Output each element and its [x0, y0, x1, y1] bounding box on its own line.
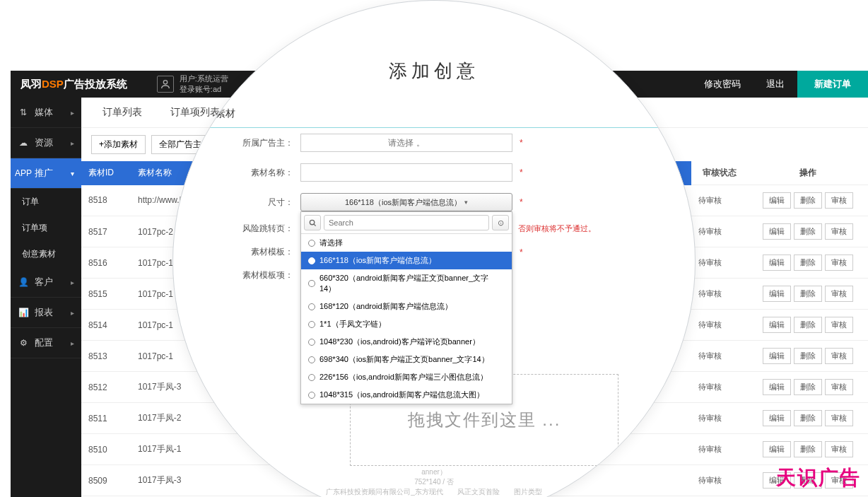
dropdown-option-label: 1048*230（ios,android)客户端评论页banner） [319, 337, 480, 347]
cell-id: 8511 [81, 403, 131, 434]
size-select[interactable]: 166*118（ios新闻客户端信息流） [300, 193, 512, 211]
cell-actions: 编辑删除审核 [748, 310, 868, 341]
review-button[interactable]: 审核 [825, 379, 853, 395]
cell-status: 待审核 [691, 372, 748, 403]
cell-id: 8517 [81, 216, 131, 247]
risk-hint: 否则审核将不予通过。 [518, 223, 596, 234]
sidebar-item-资源[interactable]: ☁资源▸ [11, 128, 81, 158]
sidebar-item-label: 资源 [35, 136, 53, 149]
label-template: 素材模板： [173, 246, 300, 258]
delete-button[interactable]: 删除 [794, 348, 822, 364]
cell-id: 8509 [81, 465, 131, 496]
required-star: * [520, 138, 523, 148]
edit-button[interactable]: 编辑 [763, 441, 791, 457]
dropdown-option-label: 226*156（ios,android新闻客户端三小图信息流） [319, 372, 488, 382]
cell-actions: 编辑删除审核 [748, 216, 868, 247]
dropdown-option[interactable]: 1048*230（ios,android)客户端评论页banner） [301, 333, 512, 351]
delete-button[interactable]: 删除 [794, 223, 822, 240]
edit-button[interactable]: 编辑 [763, 223, 791, 240]
review-button[interactable]: 审核 [825, 255, 853, 271]
radio-icon [308, 257, 315, 264]
sidebar-item-推广[interactable]: APP推广▾ [11, 158, 81, 189]
sidebar-subitem-订单[interactable]: 订单 [11, 189, 81, 215]
dropdown-option[interactable]: 请选择 [301, 234, 512, 252]
nav-icon: 📊 [18, 307, 29, 318]
dropdown-option[interactable]: 698*340（ios新闻客户端正文页banner_文字14） [301, 351, 512, 368]
cell-status: 待审核 [691, 279, 748, 310]
sidebar-subitem-订单项[interactable]: 订单项 [11, 215, 81, 241]
edit-button[interactable]: 编辑 [763, 348, 791, 364]
row-advertiser: 所属广告主： * [173, 128, 695, 158]
cell-actions: 编辑删除审核 [748, 185, 868, 216]
delete-button[interactable]: 删除 [794, 255, 822, 271]
row-size: 尺寸： 166*118（ios新闻客户端信息流） ⊙ 请选择166*118（io… [173, 187, 695, 217]
review-button[interactable]: 审核 [825, 223, 853, 240]
dropdown-option[interactable]: 226*156（ios,android新闻客户端三小图信息流） [301, 368, 512, 386]
advertiser-input[interactable] [300, 134, 512, 152]
new-order-button[interactable]: 新建订单 [797, 71, 868, 98]
delete-button[interactable]: 删除 [794, 410, 822, 426]
review-button[interactable]: 审核 [825, 441, 853, 457]
dropdown-option[interactable]: 660*320（android新闻客户端正文页banner_文字14） [301, 269, 512, 298]
sidebar-subitem-创意素材[interactable]: 创意素材 [11, 241, 81, 267]
delete-button[interactable]: 删除 [794, 379, 822, 395]
add-material-button[interactable]: +添加素材 [91, 135, 146, 154]
cell-actions: 编辑删除审核 [748, 434, 868, 465]
edit-button[interactable]: 编辑 [763, 192, 791, 209]
dropdown-option[interactable]: 168*120（android新闻客户端信息流） [301, 298, 512, 315]
magnifier-modal: 添加创意 添加 素材 所属广告主： * 素材名称： * 尺寸： 166*118（… [172, 0, 696, 497]
material-name-input[interactable] [300, 163, 512, 182]
chevron-right-icon: ▸ [71, 339, 74, 347]
review-button[interactable]: 审核 [825, 317, 853, 333]
edit-button[interactable]: 编辑 [763, 255, 791, 271]
row-material-name: 素材名称： * [173, 158, 695, 187]
search-icon[interactable] [304, 215, 321, 230]
review-button[interactable]: 审核 [825, 410, 853, 426]
required-star: * [520, 247, 523, 257]
delete-button[interactable]: 删除 [794, 317, 822, 333]
dropdown-option[interactable]: 166*118（ios新闻客户端信息流） [301, 252, 512, 269]
dropdown-option-label: 请选择 [319, 238, 343, 248]
dropdown-search-row: ⊙ [301, 212, 512, 234]
col-id: 素材ID [81, 161, 131, 185]
panel-title: 添加 素材 [179, 100, 689, 128]
svg-point-0 [163, 81, 167, 84]
dropdown-option[interactable]: 1048*315（ios,android新闻客户端信息流大图） [301, 386, 512, 404]
col-status: 审核状态 [691, 161, 748, 185]
sidebar-item-配置[interactable]: ⚙配置▸ [11, 328, 81, 358]
tab-orders[interactable]: 订单列表 [102, 106, 142, 119]
sidebar-item-客户[interactable]: 👤客户▸ [11, 267, 81, 298]
svg-line-2 [313, 223, 315, 226]
dropdown-settings-icon[interactable]: ⊙ [492, 215, 509, 230]
sidebar-item-报表[interactable]: 📊报表▸ [11, 298, 81, 328]
delete-button[interactable]: 删除 [794, 441, 822, 457]
logout-link[interactable]: 退出 [753, 71, 797, 98]
cell-id: 8516 [81, 247, 131, 279]
nav-icon: APP [18, 168, 29, 179]
cell-actions: 编辑删除审核 [748, 403, 868, 434]
cell-actions: 编辑删除审核 [748, 279, 868, 310]
cell-actions: 编辑删除审核 [748, 372, 868, 403]
edit-button[interactable]: 编辑 [763, 286, 791, 302]
tab-order-items[interactable]: 订单项列表 [170, 106, 220, 119]
dropdown-search-input[interactable] [324, 215, 489, 230]
edit-button[interactable]: 编辑 [763, 410, 791, 426]
review-button[interactable]: 审核 [825, 192, 853, 209]
add-material-panel: 添加 素材 所属广告主： * 素材名称： * 尺寸： 166*118（ios新闻… [173, 100, 695, 466]
cell-id: 8514 [81, 310, 131, 341]
dropdown-option-label: 166*118（ios新闻客户端信息流） [319, 255, 436, 266]
delete-button[interactable]: 删除 [794, 192, 822, 209]
change-password-link[interactable]: 修改密码 [691, 71, 753, 98]
cell-id: 8518 [81, 185, 131, 216]
edit-button[interactable]: 编辑 [763, 317, 791, 333]
size-dropdown: ⊙ 请选择166*118（ios新闻客户端信息流）660*320（android… [300, 211, 512, 404]
cell-id: 8515 [81, 279, 131, 310]
review-button[interactable]: 审核 [825, 286, 853, 302]
delete-button[interactable]: 删除 [794, 286, 822, 302]
sidebar-item-媒体[interactable]: ⇅媒体▸ [11, 98, 81, 128]
edit-button[interactable]: 编辑 [763, 379, 791, 395]
sidebar-item-label: 媒体 [35, 106, 53, 119]
dropdown-option[interactable]: 1*1（手凤文字链） [301, 315, 512, 333]
label-risk-jump: 风险跳转页： [173, 223, 300, 235]
review-button[interactable]: 审核 [825, 348, 853, 364]
